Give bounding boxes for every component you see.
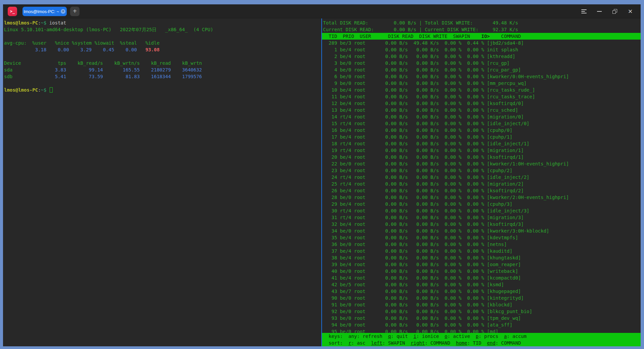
new-tab-button[interactable]: +	[70, 7, 79, 16]
terminal-content: lmos@lmos-PC:~$ iostat Linux 5.10.101-am…	[3, 18, 641, 346]
iotop-rows: 289 be/3 root 0.00 B/s 49.48 K/s 0.00 % …	[322, 40, 641, 333]
hamburger-menu-icon	[581, 8, 587, 14]
restore-button[interactable]	[607, 4, 623, 18]
close-button[interactable]: ✕	[623, 4, 638, 18]
left-terminal-text: lmos@lmos-PC:~$ iostat Linux 5.10.101-am…	[4, 19, 321, 93]
tab-title: lmos@lmos-PC: ~	[24, 9, 59, 14]
plus-icon: +	[73, 7, 77, 15]
terminal-cursor	[50, 87, 53, 93]
window-controls: ✕	[576, 4, 638, 18]
left-terminal-pane[interactable]: lmos@lmos-PC:~$ iostat Linux 5.10.101-am…	[3, 18, 321, 346]
iotop-keys-bar: keys: any: refresh q: quit i: ionice o: …	[322, 333, 641, 340]
close-icon: ✕	[628, 9, 633, 14]
iotop-sort-bar: sort: r: asc left: SWAPIN right: COMMAND…	[322, 340, 641, 346]
tab-close-icon[interactable]: ×	[61, 9, 65, 14]
restore-icon	[612, 9, 617, 14]
terminal-window: >_ lmos@lmos-PC: ~ × + ✕ lmos@lmos-PC	[3, 4, 641, 346]
iotop-sort-column: IO>	[481, 34, 490, 39]
titlebar[interactable]: >_ lmos@lmos-PC: ~ × + ✕	[3, 4, 641, 18]
terminal-app-icon: >_	[8, 7, 17, 16]
right-terminal-pane[interactable]: Total DISK READ: 0.00 B/s | Total DISK W…	[322, 18, 641, 346]
iotop-header-text: TID PRIO USER DISK READ DISK WRITE SWAPI…	[322, 33, 641, 40]
iotop-summary: Total DISK READ: 0.00 B/s | Total DISK W…	[322, 19, 641, 33]
iotop-rows-text: 289 be/3 root 0.00 B/s 49.48 K/s 0.00 % …	[322, 40, 641, 333]
terminal-app-icon-glyph: >_	[10, 9, 15, 14]
minimize-icon	[597, 11, 602, 12]
menu-button[interactable]	[576, 4, 592, 18]
iotop-footer: keys: any: refresh q: quit i: ionice o: …	[322, 333, 641, 346]
minimize-button[interactable]	[592, 4, 607, 18]
tab-active-terminal[interactable]: lmos@lmos-PC: ~ ×	[22, 7, 67, 16]
iotop-header-bar: TID PRIO USER DISK READ DISK WRITE SWAPI…	[322, 33, 641, 40]
